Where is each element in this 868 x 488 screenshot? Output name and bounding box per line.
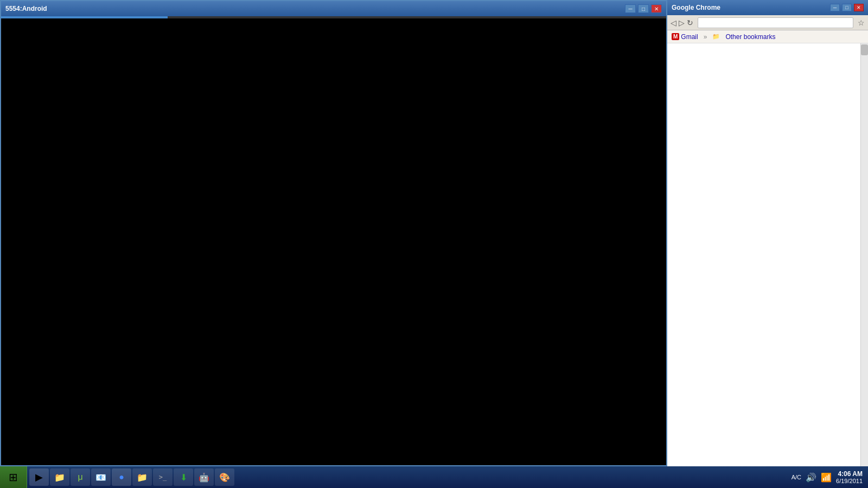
taskbar-email2-icon: 📧 (95, 472, 106, 483)
taskbar-folder-icon: 📁 (54, 472, 65, 483)
taskbar-clock: 4:06 AM 6/19/2011 (836, 470, 863, 484)
windows-taskbar: ⊞ ▶ 📁 μ 📧 ● 📁 >_ (0, 466, 868, 488)
window-controls: ─ □ ✕ (625, 4, 662, 13)
taskbar-app-1[interactable]: ▶ (29, 468, 49, 486)
network-icon: 📶 (821, 472, 832, 483)
taskbar-android-icon: 🤖 (199, 472, 209, 483)
taskbar-apps: ▶ 📁 μ 📧 ● 📁 >_ ⬇ 🤖 (27, 466, 237, 488)
browser-window: Google Chrome ─ □ ✕ ◁ ▷ ↻ ☆ M Gmail » 📁 … (667, 0, 868, 466)
progress-bar-fill (1, 16, 168, 18)
taskbar-app-6[interactable]: 📁 (132, 468, 152, 486)
taskbar-paint-icon: 🎨 (219, 472, 230, 483)
taskbar-app-7[interactable]: >_ (153, 468, 173, 486)
browser-url-bar[interactable] (698, 17, 853, 28)
browser-forward-btn[interactable]: ▷ (679, 18, 685, 27)
browser-title-bar: Google Chrome ─ □ ✕ (667, 0, 868, 15)
browser-nav-toolbar: ◁ ▷ ↻ ☆ (667, 15, 868, 30)
taskbar-app-10[interactable]: 🎨 (215, 468, 234, 486)
taskbar-date: 6/19/2011 (836, 478, 863, 484)
taskbar-chrome-icon: ● (119, 472, 124, 482)
taskbar-app-2[interactable]: 📁 (50, 468, 69, 486)
taskbar-terminal-icon: >_ (159, 473, 167, 481)
browser-maximize-btn[interactable]: □ (842, 4, 852, 11)
browser-content (667, 43, 868, 466)
other-bookmarks-label[interactable]: Other bookmarks (725, 33, 775, 41)
browser-refresh-btn[interactable]: ↻ (687, 18, 693, 27)
windows-logo-icon: ⊞ (9, 471, 18, 484)
browser-star-btn[interactable]: ☆ (858, 18, 865, 27)
browser-close-btn[interactable]: ✕ (854, 4, 864, 11)
browser-back-btn[interactable]: ◁ (671, 18, 676, 27)
system-tray-ac: A/C (792, 474, 801, 480)
emulator-title-bar: 5554:Android ─ □ ✕ (1, 1, 666, 16)
taskbar-folder2-icon: 📁 (137, 472, 148, 483)
gmail-icon: M (672, 33, 679, 40)
scrollbar-thumb[interactable] (861, 44, 868, 55)
minimize-button[interactable]: ─ (625, 4, 636, 13)
taskbar-download-icon: ⬇ (180, 472, 187, 483)
emulator-title: 5554:Android (5, 5, 47, 12)
browser-window-controls: ─ □ ✕ (830, 4, 864, 11)
taskbar-play-icon: ▶ (35, 471, 43, 483)
bookmarks-bar: M Gmail » 📁 Other bookmarks (667, 30, 868, 43)
browser-minimize-btn[interactable]: ─ (830, 4, 840, 11)
gmail-bookmark-label: Gmail (681, 33, 698, 41)
browser-title-text: Google Chrome (672, 4, 720, 11)
bookmarks-separator: » (704, 33, 707, 41)
close-button[interactable]: ✕ (651, 4, 662, 13)
gmail-bookmark[interactable]: M Gmail (672, 33, 698, 41)
taskbar-app-4[interactable]: 📧 (91, 468, 111, 486)
folder-icon: 📁 (712, 33, 720, 40)
taskbar-app-3[interactable]: μ (71, 468, 90, 486)
progress-bar-container (1, 16, 666, 18)
taskbar-app-8[interactable]: ⬇ (174, 468, 193, 486)
taskbar-app-9[interactable]: 🤖 (194, 468, 214, 486)
taskbar-time: 4:06 AM (836, 470, 863, 478)
start-button[interactable]: ⊞ (0, 466, 27, 488)
volume-icon: 🔊 (806, 472, 816, 483)
taskbar-app-5[interactable]: ● (112, 468, 131, 486)
taskbar-utorrent-icon: μ (78, 472, 82, 482)
browser-scrollbar[interactable] (860, 43, 868, 466)
system-tray: A/C 🔊 📶 4:06 AM 6/19/2011 (786, 470, 868, 484)
emulator-window: 5554:Android ─ □ ✕ (0, 0, 667, 466)
maximize-button[interactable]: □ (638, 4, 649, 13)
